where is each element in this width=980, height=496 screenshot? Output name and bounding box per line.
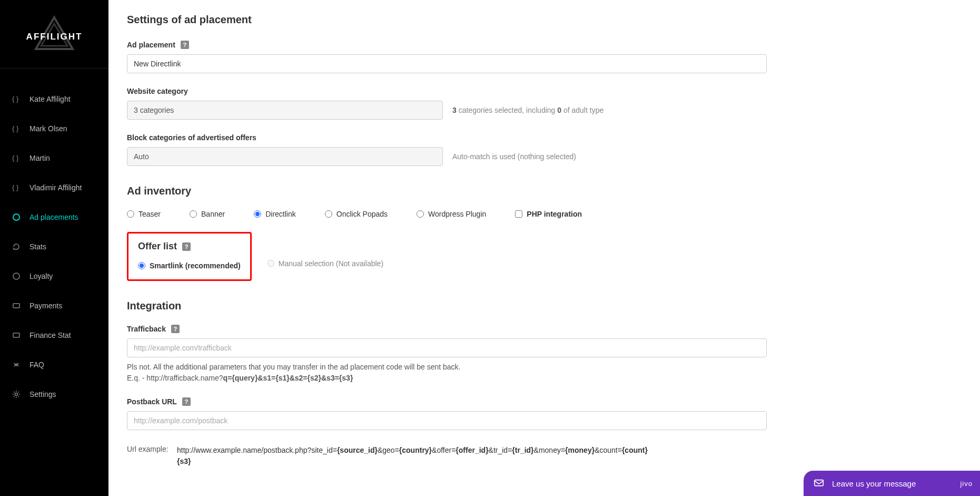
inventory-banner[interactable]: Banner [190,210,225,218]
offer-list-highlight: Offer list ? Smartlink (recommended) [127,232,252,281]
refresh-icon [12,242,21,251]
label-ad-placement: Ad placement ? [127,41,962,49]
svg-text:{ }: { } [12,183,19,191]
brand-logo: AFFILIGHT [0,0,108,69]
url-example-value: http://www.example.name/postback.php?sit… [177,445,962,467]
sidebar-item-loyalty[interactable]: Loyalty [0,261,108,291]
sidebar-item-label: Payments [29,302,62,310]
offer-not-available: (Not available) [336,259,383,268]
sidebar-item-label: FAQ [29,361,44,369]
svg-point-6 [13,214,19,220]
sidebar-item-label: Finance Stat [29,331,71,339]
block-categories-hint: Auto-match is used (nothing selected) [452,152,576,161]
inventory-wordpress[interactable]: Wordpress Plugin [417,210,486,218]
circle-ring-icon [12,212,21,222]
label-website-category: Website category [127,87,962,95]
circle-outline-icon [12,271,21,281]
svg-rect-9 [13,333,19,337]
sidebar-item-label: Settings [29,390,56,398]
trafficback-hint: Pls not. All the additional parameters t… [127,362,962,384]
svg-point-7 [13,273,19,279]
svg-point-10 [15,393,18,396]
help-icon[interactable]: ? [182,242,191,251]
braces-icon: { } [12,94,21,104]
svg-text:{ }: { } [12,124,19,132]
sidebar-item-kate[interactable]: { } Kate Affilight [0,84,108,114]
help-icon[interactable]: ? [181,41,189,49]
website-category-hint: 3 categories selected, including 0 of ad… [452,106,603,114]
card-icon [12,301,21,310]
url-example: Url example: http://www.example.name/pos… [127,445,962,467]
sidebar-item-label: Kate Affilight [29,95,71,103]
chat-text: Leave us your message [832,479,916,488]
sidebar-item-ad-placements[interactable]: Ad placements [0,202,108,232]
offer-smartlink[interactable]: Smartlink (recommended) [138,261,241,270]
brand-text: AFFILIGHT [26,32,83,42]
main-content: Settings of ad placement Ad placement ? … [108,0,980,496]
inventory-onclick[interactable]: Onclick Popads [325,210,388,218]
block-categories-input[interactable] [127,147,443,166]
diamond-icon [12,360,21,369]
svg-rect-8 [13,304,19,308]
sidebar: AFFILIGHT { } Kate Affilight { } Mark Ol… [0,0,108,496]
sidebar-item-stats[interactable]: Stats [0,232,108,261]
braces-icon: { } [12,124,21,133]
sidebar-item-label: Martin [29,154,50,162]
svg-text:{ }: { } [12,95,19,103]
ad-inventory-options: Teaser Banner Directlink Onclick Popads … [127,210,962,218]
url-example-label: Url example: [127,445,177,453]
ad-placement-input[interactable] [127,54,767,73]
sidebar-item-finance-stat[interactable]: Finance Stat [0,320,108,350]
label-postback: Postback URL ? [127,397,962,406]
help-icon[interactable]: ? [171,325,180,333]
gear-icon [12,390,21,399]
sidebar-item-faq[interactable]: FAQ [0,350,108,380]
inventory-php[interactable]: PHP integration [515,210,582,218]
sidebar-item-mark[interactable]: { } Mark Olsen [0,114,108,143]
chat-widget[interactable]: Leave us your message jivo [804,471,980,496]
website-category-input[interactable] [127,101,443,120]
braces-icon: { } [12,153,21,163]
section-title-offer-list: Offer list ? [138,241,241,252]
card-icon [12,330,21,340]
label-trafficback: Trafficback ? [127,325,962,333]
sidebar-item-vladimir[interactable]: { } Vladimir Affilight [0,173,108,202]
sidebar-item-settings[interactable]: Settings [0,380,108,409]
help-icon[interactable]: ? [182,397,191,406]
offer-manual: Manual selection [268,259,334,268]
section-title-integration: Integration [127,300,962,312]
inventory-teaser[interactable]: Teaser [127,210,161,218]
label-block-categories: Block categories of advertised offers [127,133,962,142]
svg-text:{ }: { } [12,154,19,162]
chat-brand: jivo [960,480,973,488]
sidebar-item-label: Mark Olsen [29,124,67,133]
chat-icon [813,478,825,489]
sidebar-item-label: Loyalty [29,272,53,280]
inventory-directlink[interactable]: Directlink [254,210,296,218]
trafficback-input[interactable] [127,338,767,357]
sidebar-item-label: Ad placements [29,213,78,221]
svg-rect-11 [815,480,824,486]
sidebar-item-label: Vladimir Affilight [29,183,82,192]
sidebar-item-label: Stats [29,242,46,251]
sidebar-item-martin[interactable]: { } Martin [0,143,108,173]
section-title-settings: Settings of ad placement [127,14,962,26]
braces-icon: { } [12,183,21,192]
sidebar-item-payments[interactable]: Payments [0,291,108,320]
section-title-ad-inventory: Ad inventory [127,185,962,197]
postback-input[interactable] [127,411,767,430]
